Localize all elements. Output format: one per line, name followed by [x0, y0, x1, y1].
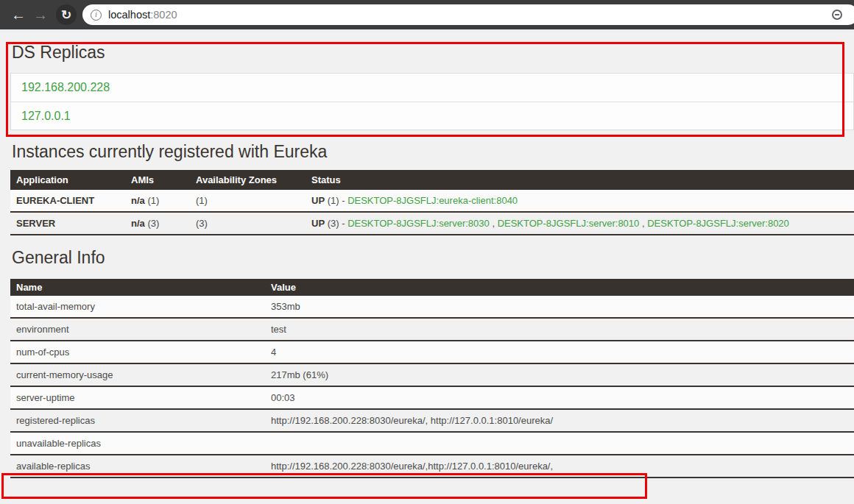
instances-table-body: EUREKA-CLIENTn/a (1)(1)UP (1) - DESKTOP-…: [10, 190, 854, 235]
table-row: num-of-cpus4: [10, 341, 854, 363]
column-header: Status: [306, 170, 854, 190]
info-value-cell: [265, 432, 854, 455]
table-row: current-memory-usage217mb (61%): [10, 363, 854, 386]
application-name: SERVER: [16, 218, 55, 229]
instances-table: ApplicationAMIsAvailability ZonesStatus …: [10, 170, 854, 235]
application-name: EUREKA-CLIENT: [16, 195, 94, 206]
info-value-cell: test: [265, 318, 854, 341]
zones-cell: (1): [190, 190, 306, 212]
eureka-dashboard: DS Replicas 192.168.200.228127.0.0.1 Ins…: [0, 42, 854, 478]
instance-link[interactable]: DESKTOP-8JGSFLJ:eureka-client:8040: [347, 195, 518, 206]
info-value-cell: 217mb (61%): [265, 363, 854, 386]
chrome-divider: [0, 29, 854, 32]
info-name-cell: num-of-cpus: [10, 341, 265, 363]
zoom-indicator-icon[interactable]: [832, 10, 842, 20]
url-port: :8020: [150, 9, 177, 21]
amis-bold: n/a: [131, 195, 145, 206]
forward-icon[interactable]: →: [29, 4, 52, 26]
instances-header-row: ApplicationAMIsAvailability ZonesStatus: [10, 170, 854, 190]
application-cell: EUREKA-CLIENT: [10, 190, 125, 212]
instance-link[interactable]: DESKTOP-8JGSFLJ:server:8020: [647, 218, 789, 229]
status-cell: UP (1) - DESKTOP-8JGSFLJ:eureka-client:8…: [306, 190, 854, 212]
replica-link[interactable]: 192.168.200.228: [21, 81, 110, 94]
column-header: Application: [10, 170, 125, 190]
instances-heading: Instances currently registered with Eure…: [12, 141, 854, 162]
instance-link[interactable]: DESKTOP-8JGSFLJ:server:8010: [498, 218, 640, 229]
application-cell: SERVER: [10, 212, 125, 235]
info-value-cell: http://192.168.200.228:8030/eureka/,http…: [265, 455, 854, 478]
table-row: EUREKA-CLIENTn/a (1)(1)UP (1) - DESKTOP-…: [10, 190, 854, 212]
ds-replicas-heading: DS Replicas: [12, 42, 854, 63]
column-header: Availability Zones: [190, 170, 306, 190]
zones-cell: (3): [190, 212, 306, 235]
info-name-cell: registered-replicas: [10, 409, 265, 432]
info-name-cell: server-uptime: [10, 386, 265, 409]
address-bar[interactable]: i localhost:8020: [82, 4, 854, 25]
list-item: 127.0.0.1: [11, 102, 853, 129]
info-name-cell: available-replicas: [10, 455, 265, 478]
general-info-heading: General Info: [12, 247, 854, 268]
column-header: AMIs: [125, 170, 190, 190]
status-up: UP: [311, 218, 325, 229]
info-value-cell: 353mb: [265, 296, 854, 318]
general-info-header-row: NameValue: [10, 279, 854, 296]
general-info-table: NameValue total-avail-memory353mbenviron…: [10, 279, 854, 478]
info-name-cell: environment: [10, 318, 265, 341]
amis-bold: n/a: [131, 218, 145, 229]
info-value-cell: 00:03: [265, 386, 854, 409]
amis-cell: n/a (3): [125, 212, 190, 235]
list-item: 192.168.200.228: [11, 74, 853, 102]
info-name-cell: current-memory-usage: [10, 363, 265, 386]
table-row: total-avail-memory353mb: [10, 296, 854, 318]
page-info-icon[interactable]: i: [91, 10, 102, 21]
general-info-table-body: total-avail-memory353mbenvironmenttestnu…: [10, 296, 854, 478]
status-cell: UP (3) - DESKTOP-8JGSFLJ:server:8030 , D…: [306, 212, 854, 235]
instance-link[interactable]: DESKTOP-8JGSFLJ:server:8030: [347, 218, 490, 229]
table-row: SERVERn/a (3)(3)UP (3) - DESKTOP-8JGSFLJ…: [10, 212, 854, 235]
status-up: UP: [311, 195, 325, 206]
info-name-cell: total-avail-memory: [10, 296, 265, 318]
browser-toolbar: ← → ↻ i localhost:8020: [0, 0, 854, 29]
table-row: available-replicashttp://192.168.200.228…: [10, 455, 854, 478]
table-row: registered-replicashttp://192.168.200.22…: [10, 409, 854, 432]
table-row: environmenttest: [10, 318, 854, 341]
reload-icon[interactable]: ↻: [56, 4, 77, 25]
info-value-cell: 4: [265, 341, 854, 363]
column-header: Name: [10, 279, 265, 296]
url-host: localhost: [108, 9, 150, 21]
replica-link[interactable]: 127.0.0.1: [21, 110, 71, 123]
info-name-cell: unavailable-replicas: [10, 432, 265, 455]
info-value-cell: http://192.168.200.228:8030/eureka/, htt…: [265, 409, 854, 432]
ds-replica-list: 192.168.200.228127.0.0.1: [10, 73, 854, 130]
table-row: unavailable-replicas: [10, 432, 854, 455]
back-icon[interactable]: ←: [7, 4, 29, 26]
table-row: server-uptime00:03: [10, 386, 854, 409]
column-header: Value: [265, 279, 854, 296]
amis-cell: n/a (1): [125, 190, 190, 212]
url-text[interactable]: localhost:8020: [108, 9, 177, 21]
